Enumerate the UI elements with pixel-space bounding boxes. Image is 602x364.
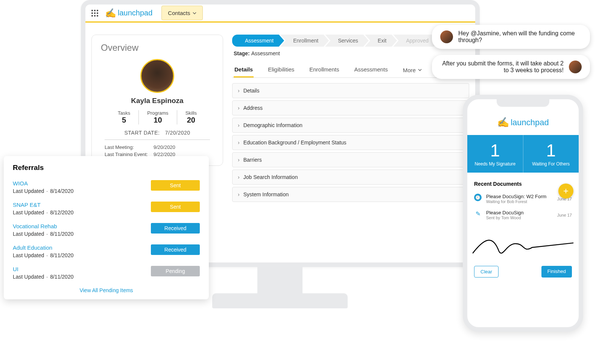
- referral-wioa: WIOA Last Updated·8/14/2020 Sent: [13, 177, 200, 199]
- chevron-down-icon: [418, 68, 422, 72]
- referrals-card: Referrals WIOA Last Updated·8/14/2020 Se…: [4, 156, 209, 299]
- tile-waiting-others[interactable]: 1 Waiting For Others: [523, 135, 579, 173]
- status-badge: Received: [151, 244, 200, 255]
- referral-adult-ed: Adult Education Last Updated·8/11/2020 R…: [13, 241, 200, 263]
- chevron-right-icon: ›: [238, 105, 240, 111]
- referral-sub: Last Updated·8/11/2020: [13, 252, 73, 258]
- phone-logo: ✍ launchpad: [467, 113, 579, 135]
- tile-count: 1: [470, 140, 521, 161]
- stage-label: Stage:: [234, 50, 250, 56]
- doc-row[interactable]: 🕘 Please DocuSign: W2 Form Waiting for B…: [474, 191, 572, 207]
- referral-sub: Last Updated·8/12/2020: [13, 209, 73, 215]
- referral-sub: Last Updated·8/14/2020: [13, 188, 73, 194]
- avatar: [569, 61, 582, 73]
- stat-tasks: Tasks 5: [109, 110, 138, 124]
- signature-tiles: 1 Needs My Signature 1 Waiting For Other…: [467, 135, 579, 173]
- acc-barriers[interactable]: ›Barriers: [232, 152, 469, 167]
- acc-label: Job Search Information: [243, 174, 298, 180]
- acc-job-search[interactable]: ›Job Search Information: [232, 170, 469, 185]
- referral-link[interactable]: Vocational Rehab: [13, 223, 73, 229]
- referral-snap: SNAP E&T Last Updated·8/12/2020 Sent: [13, 199, 200, 220]
- referral-sub: Last Updated·8/11/2020: [13, 231, 73, 237]
- stat-label: Programs: [147, 110, 168, 116]
- step-assessment[interactable]: Assessment: [232, 35, 284, 47]
- overview-heading: Overview: [101, 42, 214, 53]
- clear-button[interactable]: Clear: [474, 266, 499, 278]
- stat-value: 20: [185, 116, 197, 124]
- tile-label: Waiting For Others: [526, 161, 577, 167]
- nav-contacts-label: Contacts: [168, 10, 190, 16]
- acc-system-info[interactable]: ›System Information: [232, 187, 469, 202]
- step-services[interactable]: Services: [325, 35, 369, 47]
- phone-notch: [497, 99, 549, 107]
- stat-value: 5: [118, 116, 130, 124]
- start-date: START DATE: 7/20/2020: [101, 130, 214, 136]
- logo-swirl-icon: ✍: [105, 8, 116, 18]
- contact-avatar[interactable]: [140, 59, 174, 93]
- clock-icon: 🕘: [474, 194, 482, 201]
- last-meeting: Last Meeting: 9/20/2020: [101, 144, 214, 151]
- tab-details[interactable]: Details: [234, 62, 254, 77]
- logo-swirl-icon: ✍: [497, 117, 509, 128]
- finished-button[interactable]: Finished: [541, 266, 572, 278]
- stat-label: Tasks: [118, 110, 130, 116]
- referrals-heading: Referrals: [13, 164, 200, 172]
- nav-contacts[interactable]: Contacts: [161, 6, 202, 20]
- referral-link[interactable]: SNAP E&T: [13, 202, 73, 208]
- acc-address[interactable]: ›Address: [232, 100, 469, 115]
- add-button[interactable]: +: [558, 184, 573, 199]
- acc-demographic[interactable]: ›Demographic Information: [232, 118, 469, 133]
- tab-assessments[interactable]: Assessments: [353, 62, 388, 77]
- overview-stats: Tasks 5 Programs 10 Skills 20: [101, 110, 214, 124]
- stage-value: Assessment: [251, 50, 280, 56]
- chat-text: Hey @Jasmine, when will the funding come…: [458, 30, 582, 44]
- referral-voc-rehab: Vocational Rehab Last Updated·8/11/2020 …: [13, 220, 200, 241]
- acc-label: Education Background / Employment Status: [243, 140, 347, 146]
- doc-date: June 17: [557, 213, 572, 217]
- view-all-pending-link[interactable]: View All Pending Items: [13, 287, 200, 293]
- logo-text: launchpad: [118, 9, 152, 17]
- tile-count: 1: [526, 140, 577, 161]
- chevron-right-icon: ›: [238, 140, 240, 146]
- status-badge: Received: [151, 223, 200, 234]
- meta-value: 9/20/2020: [154, 144, 175, 150]
- stat-programs: Programs 10: [138, 110, 177, 124]
- mobile-screen: ✍ launchpad 1 Needs My Signature 1 Waiti…: [463, 95, 583, 332]
- details-accordion: ›Details ›Address ›Demographic Informati…: [232, 83, 469, 202]
- chevron-right-icon: ›: [238, 122, 240, 128]
- status-badge: Sent: [151, 180, 200, 191]
- doc-row[interactable]: ✎ Please DocuSign Sent by Tom Wood June …: [474, 207, 572, 223]
- recent-heading: Recent Documents: [474, 181, 572, 187]
- tab-eligibilities[interactable]: Eligibilities: [267, 62, 295, 77]
- step-exit[interactable]: Exit: [365, 35, 397, 47]
- chat-message-incoming: Hey @Jasmine, when will the funding come…: [432, 25, 590, 49]
- chat-message-outgoing: After you submit the forms, it will take…: [432, 55, 590, 79]
- doc-title: Please DocuSign: [486, 210, 553, 215]
- chevron-right-icon: ›: [238, 88, 240, 94]
- signature-pad[interactable]: [471, 231, 575, 261]
- tab-enrollments[interactable]: Enrollments: [309, 62, 340, 77]
- acc-label: Barriers: [243, 157, 262, 163]
- chevron-right-icon: ›: [238, 191, 240, 197]
- chevron-down-icon: [193, 11, 196, 15]
- doc-sub: Sent by Tom Wood: [486, 215, 553, 220]
- logo-text: launchpad: [511, 118, 549, 127]
- chat-text: After you submit the forms, it will take…: [440, 60, 564, 74]
- referral-ui: UI Last Updated·8/11/2020 Pending: [13, 263, 200, 284]
- acc-label: Details: [243, 88, 260, 94]
- tab-more-label: More: [403, 67, 416, 73]
- tab-more[interactable]: More: [402, 62, 423, 77]
- tile-needs-signature[interactable]: 1 Needs My Signature: [467, 135, 523, 173]
- step-enrollment[interactable]: Enrollment: [280, 35, 329, 47]
- acc-education[interactable]: ›Education Background / Employment Statu…: [232, 135, 469, 150]
- status-badge: Pending: [151, 266, 200, 276]
- contact-name: Kayla Espinoza: [101, 97, 214, 105]
- referral-link[interactable]: Adult Education: [13, 244, 73, 251]
- divider: [105, 140, 210, 140]
- referral-link[interactable]: UI: [13, 266, 73, 272]
- doc-sub: Waiting for Bob Forest: [486, 199, 553, 204]
- avatar: [440, 30, 453, 43]
- acc-details[interactable]: ›Details: [232, 83, 469, 98]
- app-launcher-icon[interactable]: [91, 10, 98, 17]
- referral-link[interactable]: WIOA: [13, 180, 73, 187]
